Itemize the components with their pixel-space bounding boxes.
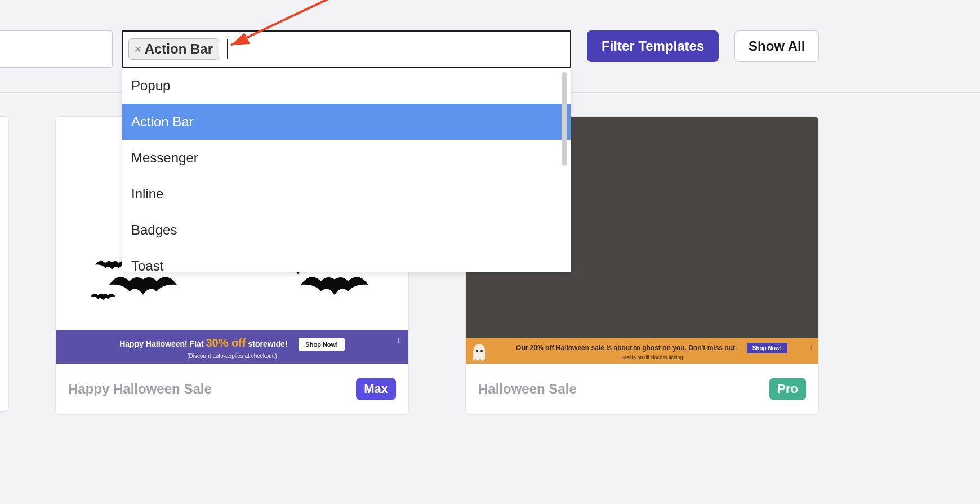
bat-icon xyxy=(106,271,180,298)
template-title: Halloween Sale xyxy=(478,381,577,397)
dropdown-option-badges[interactable]: Badges xyxy=(122,212,571,248)
card-footer: Halloween Sale Pro xyxy=(466,364,818,414)
bar-subtext: Deal is on till clock is ticking xyxy=(493,355,810,360)
dropdown-option-inline[interactable]: Inline xyxy=(122,176,571,212)
shop-now-button: Shop Now! xyxy=(299,338,344,351)
template-title: Happy Halloween Sale xyxy=(68,381,212,397)
collapse-icon: ↓ xyxy=(809,343,813,351)
dropdown-option-action-bar[interactable]: Action Bar xyxy=(122,104,571,140)
bar-highlight: 30% off xyxy=(206,337,246,349)
dropdown-option-popup[interactable]: Popup xyxy=(122,68,571,104)
selected-tag: × Action Bar xyxy=(128,38,219,60)
selected-tag-label: Action Bar xyxy=(145,41,213,57)
bar-text: Our 20% off Halloween sale is about to g… xyxy=(516,344,737,352)
shop-now-button: Shop Now! xyxy=(747,343,787,353)
remove-tag-icon[interactable]: × xyxy=(135,43,141,56)
action-bar-preview: Happy Halloween! Flat 30% off storewide!… xyxy=(56,330,408,364)
dropdown-option-toast[interactable]: Toast xyxy=(122,248,571,272)
template-type-dropdown: Popup Action Bar Messenger Inline Badges… xyxy=(122,68,571,272)
filter-templates-button[interactable]: Filter Templates xyxy=(587,30,719,62)
dropdown-option-messenger[interactable]: Messenger xyxy=(122,140,571,176)
tier-badge: Pro xyxy=(769,378,806,400)
bar-text-prefix: Happy Halloween! Flat xyxy=(119,339,206,348)
show-all-button[interactable]: Show All xyxy=(734,30,819,62)
template-type-multiselect[interactable]: × Action Bar xyxy=(122,30,571,68)
collapse-icon: ↓ xyxy=(397,335,400,344)
ghost-icon xyxy=(471,343,487,362)
text-cursor xyxy=(227,39,228,59)
card-footer: Happy Halloween Sale Max xyxy=(56,364,408,414)
svg-point-3 xyxy=(480,350,483,352)
bar-text-suffix: storewide! xyxy=(248,339,287,348)
dropdown-scrollbar[interactable] xyxy=(562,72,567,166)
bar-subtext: (Discount auto-applies at checkout.) xyxy=(64,353,400,359)
tier-badge: Max xyxy=(356,378,396,400)
action-bar-preview: Our 20% off Halloween sale is about to g… xyxy=(466,338,818,364)
svg-point-2 xyxy=(476,350,478,352)
bat-icon xyxy=(298,271,371,298)
left-filter-input[interactable] xyxy=(0,30,113,68)
bat-icon xyxy=(91,291,115,302)
